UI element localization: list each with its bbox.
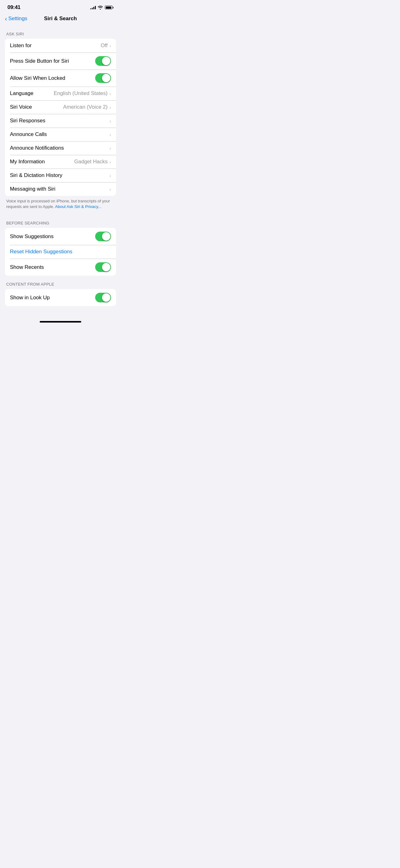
show-suggestions-toggle[interactable] [95,231,111,241]
ask-siri-footer: Voice input is processed on iPhone, but … [0,196,121,215]
section-header-content-from-apple: CONTENT FROM APPLE [0,276,121,289]
row-label: Press Side Button for Siri [10,58,69,64]
row-value: English (United States) [54,90,108,97]
privacy-link[interactable]: About Ask Siri & Privacy... [55,204,101,209]
allow-when-locked-toggle[interactable] [95,73,111,83]
row-label: Show Recents [10,264,44,270]
status-icons [90,6,113,10]
list-item: Show in Look Up [5,289,116,306]
row-label: Siri Voice [10,104,32,110]
nav-header: ‹ Settings Siri & Search [0,13,121,26]
status-time: 09:41 [7,4,21,10]
row-label: Siri Responses [10,118,45,124]
content: ASK SIRI Listen for Off › Press Side But… [0,26,121,318]
ask-siri-group: Listen for Off › Press Side Button for S… [5,39,116,196]
list-item[interactable]: Language English (United States) › [5,87,116,100]
chevron-icon: › [109,91,111,96]
row-value: Gadget Hacks [74,159,108,165]
back-chevron-icon: ‹ [5,16,7,22]
content-from-apple-group: Show in Look Up [5,289,116,306]
chevron-icon: › [109,187,111,192]
chevron-icon: › [109,43,111,49]
row-value: American (Voice 2) [63,104,108,110]
chevron-icon: › [109,146,111,151]
chevron-icon: › [109,132,111,137]
list-item[interactable]: Reset Hidden Suggestions [5,245,116,258]
before-searching-group: Show Suggestions Reset Hidden Suggestion… [5,228,116,276]
list-item[interactable]: Siri & Dictation History › [5,168,116,182]
list-item[interactable]: Siri Responses › [5,114,116,128]
show-recents-toggle[interactable] [95,262,111,272]
list-item[interactable]: Listen for Off › [5,39,116,53]
show-in-look-up-toggle[interactable] [95,293,111,302]
row-label: Announce Notifications [10,145,64,151]
section-content-from-apple: CONTENT FROM APPLE Show in Look Up [0,276,121,306]
row-label: Language [10,90,33,97]
chevron-icon: › [109,159,111,164]
row-label: Announce Calls [10,131,47,137]
chevron-icon: › [109,173,111,178]
section-before-searching: BEFORE SEARCHING Show Suggestions Reset … [0,215,121,276]
home-indicator [0,318,121,328]
section-header-before-searching: BEFORE SEARCHING [0,215,121,228]
row-label: Allow Siri When Locked [10,75,65,81]
list-item: Show Recents [5,258,116,276]
row-label: Listen for [10,42,32,49]
status-bar: 09:41 [0,0,121,13]
list-item: Show Suggestions [5,228,116,245]
list-item[interactable]: My Information Gadget Hacks › [5,155,116,168]
wifi-icon [98,6,103,10]
section-ask-siri: ASK SIRI Listen for Off › Press Side But… [0,26,121,215]
row-label: Messaging with Siri [10,186,55,192]
signal-icon [90,6,96,9]
list-item[interactable]: Announce Notifications › [5,141,116,155]
row-label: Show in Look Up [10,294,50,301]
section-header-ask-siri: ASK SIRI [0,26,121,39]
back-label: Settings [8,16,27,22]
row-label: Siri & Dictation History [10,172,62,179]
list-item[interactable]: Siri Voice American (Voice 2) › [5,100,116,114]
home-bar [40,321,81,322]
list-item[interactable]: Messaging with Siri › [5,182,116,196]
battery-icon [105,6,113,9]
press-side-button-toggle[interactable] [95,56,111,66]
row-value: Off [101,42,108,49]
chevron-icon: › [109,104,111,110]
list-item[interactable]: Announce Calls › [5,128,116,141]
list-item: Press Side Button for Siri [5,53,116,69]
back-button[interactable]: ‹ Settings [5,16,27,22]
chevron-icon: › [109,118,111,124]
page-title: Siri & Search [44,16,77,22]
row-label: Show Suggestions [10,234,54,240]
list-item: Allow Siri When Locked [5,69,116,87]
reset-hidden-suggestions-button[interactable]: Reset Hidden Suggestions [10,249,72,255]
row-label: My Information [10,159,45,165]
